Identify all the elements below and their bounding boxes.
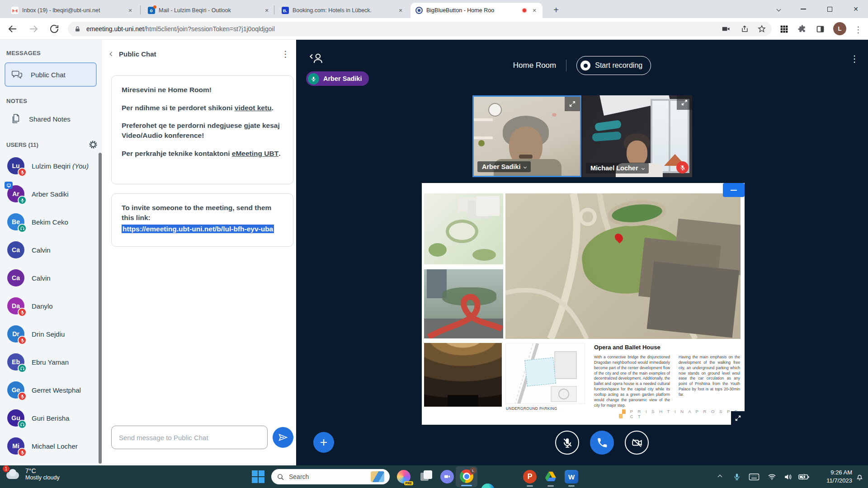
- forward-icon[interactable]: [28, 23, 39, 34]
- weather-temperature: 7°C: [25, 467, 60, 474]
- meeting-options-kebab-icon[interactable]: [850, 53, 859, 64]
- tab-separator: [140, 5, 141, 14]
- running-indicator: [568, 485, 575, 487]
- user-list-item[interactable]: Ar Arber Sadiki: [0, 180, 99, 208]
- tray-microphone-icon[interactable]: [729, 465, 745, 488]
- tab-bigbluebutton-active[interactable]: BigBlueButton - Home Roo ✕: [410, 3, 542, 18]
- user-list-item[interactable]: Be Bekim Ceko: [0, 208, 99, 236]
- presentation-area[interactable]: UNDERGROUND PARKING Opera and Ballet Hou…: [422, 183, 745, 425]
- taskbar-chat-icon[interactable]: [440, 470, 454, 483]
- start-recording-button[interactable]: Start recording: [576, 56, 651, 75]
- url-domain: emeeting.ubt-uni.net: [86, 25, 144, 33]
- welcome-message-card: Miresevini ne Home Room! Per ndihme si t…: [111, 75, 293, 184]
- user-list-item[interactable]: Ca Calvin: [0, 264, 99, 292]
- chat-panel-title: Public Chat: [119, 50, 156, 58]
- address-bar[interactable]: emeeting.ubt-uni.net/html5client/join?se…: [68, 22, 772, 36]
- avatar: Be: [7, 213, 24, 230]
- sidebar-item-public-chat[interactable]: Public Chat: [5, 62, 97, 87]
- windows-taskbar: 1 7°C Mostly cloudy Search PRE L: [0, 465, 868, 488]
- user-list-item[interactable]: Da Danylo: [0, 292, 99, 320]
- avatar: Ar: [7, 185, 24, 202]
- running-indicator: [547, 485, 554, 487]
- fullscreen-icon[interactable]: [565, 97, 580, 111]
- user-list-item[interactable]: Dr Drin Sejdiu: [0, 320, 99, 348]
- minimize-presentation-button[interactable]: [723, 183, 745, 197]
- talking-indicator[interactable]: Arber Sadiki: [306, 71, 369, 86]
- taskbar-edge-icon[interactable]: [481, 483, 495, 488]
- search-placeholder: Search: [289, 473, 366, 480]
- users-scrollbar[interactable]: [99, 153, 102, 464]
- tray-notification-bell-icon[interactable]: [852, 465, 867, 488]
- taskbar-chrome-active[interactable]: L: [456, 466, 477, 487]
- share-icon[interactable]: [740, 24, 749, 33]
- tray-clock[interactable]: 9:26 AM 11/7/2023: [811, 469, 852, 485]
- avatar: Ge: [7, 381, 24, 399]
- taskbar-google-drive-icon[interactable]: [544, 470, 557, 483]
- chat-options-kebab-icon[interactable]: [281, 49, 290, 59]
- webcam-name-label[interactable]: Michael Locher: [586, 163, 649, 174]
- window-close-button[interactable]: ✕: [844, 0, 867, 18]
- webcam-toggle-button[interactable]: [625, 431, 649, 455]
- avatar: Eb: [7, 353, 24, 371]
- presentation-fullscreen-icon[interactable]: [731, 411, 745, 425]
- user-list-item[interactable]: Eb Ebru Yaman: [0, 348, 99, 376]
- chat-message-input[interactable]: [111, 426, 268, 449]
- webcam-michael-locher[interactable]: Michael Locher: [582, 95, 692, 177]
- extensions-puzzle-icon[interactable]: [797, 24, 807, 34]
- tab-close-icon[interactable]: ✕: [127, 7, 134, 14]
- back-icon[interactable]: [7, 23, 18, 34]
- sidebar-item-shared-notes[interactable]: Shared Notes: [5, 107, 97, 131]
- start-button[interactable]: [252, 470, 264, 483]
- slide-paragraph: Having the main emphasis on the developm…: [679, 355, 740, 398]
- videot-ketu-link[interactable]: videot ketu: [235, 104, 272, 112]
- emeeting-ubt-link[interactable]: eMeeting UBT: [232, 150, 278, 157]
- chat-back-chevron-icon[interactable]: [110, 52, 114, 56]
- tab-close-icon[interactable]: ✕: [531, 7, 538, 14]
- tray-keyboard-icon[interactable]: [746, 465, 762, 488]
- taskbar-search[interactable]: Search: [271, 469, 390, 484]
- window-maximize-button[interactable]: [818, 0, 841, 18]
- taskbar-task-view-icon[interactable]: [420, 470, 433, 483]
- actions-plus-button[interactable]: +: [313, 432, 334, 453]
- bigbluebutton-favicon-icon: [415, 7, 423, 14]
- weather-widget[interactable]: 1 7°C Mostly cloudy: [5, 467, 60, 481]
- avatar: Da: [7, 297, 24, 314]
- tray-battery-icon[interactable]: [796, 465, 812, 488]
- browser-profile-avatar[interactable]: L: [833, 22, 846, 35]
- leave-audio-button[interactable]: [590, 431, 614, 455]
- tab-search-chevron-icon[interactable]: [769, 0, 788, 18]
- new-tab-button[interactable]: +: [550, 4, 562, 16]
- taskbar-copilot-icon[interactable]: PRE: [397, 470, 410, 483]
- tab-booking[interactable]: B. Booking.com: Hotels in Lübeck. ✕: [277, 3, 409, 18]
- users-settings-gear-icon[interactable]: [89, 140, 98, 149]
- webcam-name-label[interactable]: Arber Sadiki: [477, 161, 531, 172]
- taskbar-powerpoint-icon[interactable]: P: [523, 470, 537, 483]
- taskbar-word-icon[interactable]: W: [565, 470, 578, 483]
- tab-gmail[interactable]: Inbox (19) - lbeqiri@ubt-uni.net ✕: [6, 3, 138, 18]
- presenter-badge-icon: [5, 182, 13, 189]
- tray-wifi-icon[interactable]: [764, 465, 779, 488]
- apps-grid-icon[interactable]: [779, 24, 789, 34]
- webcam-arber-sadiki[interactable]: Arber Sadiki: [472, 95, 581, 177]
- bookmark-star-icon[interactable]: [757, 24, 766, 33]
- tray-speaker-icon[interactable]: [780, 465, 795, 488]
- fullscreen-icon[interactable]: [677, 95, 692, 110]
- user-list-item[interactable]: Ge Gerret Westphal: [0, 376, 99, 404]
- user-list-item[interactable]: Ca Calvin: [0, 236, 99, 264]
- user-list-item[interactable]: Lu Lulzim Beqiri (You): [0, 152, 99, 180]
- user-list-item[interactable]: Mi Michael Locher: [0, 432, 99, 460]
- tray-show-hidden-icons[interactable]: [712, 465, 727, 488]
- camera-permission-icon[interactable]: [722, 24, 731, 33]
- tab-close-icon[interactable]: ✕: [263, 7, 270, 14]
- meeting-invite-link[interactable]: https://emeeting.ubt-uni.net/b/lul-bfh-e…: [122, 225, 274, 233]
- reload-icon[interactable]: [49, 23, 60, 34]
- tab-outlook[interactable]: o Mail - Lulzim Beqiri - Outlook ✕: [143, 3, 275, 18]
- browser-menu-kebab-icon[interactable]: [854, 24, 863, 35]
- window-minimize-button[interactable]: [792, 0, 815, 18]
- tab-close-icon[interactable]: ✕: [397, 7, 404, 14]
- user-list-item[interactable]: Gu Guri Berisha: [0, 404, 99, 432]
- side-panel-icon[interactable]: [816, 24, 825, 34]
- muted-mic-badge-icon: [18, 336, 27, 345]
- send-message-button[interactable]: [273, 427, 293, 448]
- mute-toggle-button[interactable]: [555, 431, 579, 455]
